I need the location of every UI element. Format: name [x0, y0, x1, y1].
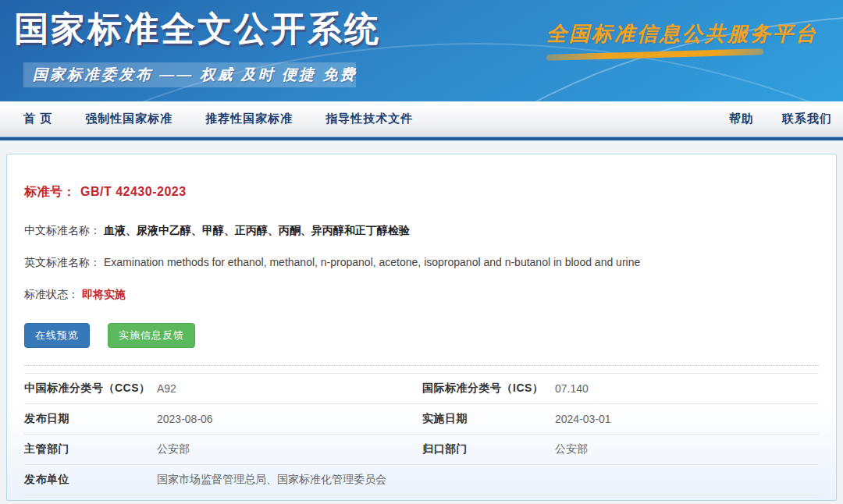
site-subtitle-strip: 国家标准委发布 —— 权威 及时 便捷 免费 [23, 62, 356, 87]
online-preview-button[interactable]: 在线预览 [24, 323, 90, 348]
field-value-publish-date: 2023-08-06 [157, 413, 422, 425]
platform-underline-decoration [546, 48, 763, 61]
field-label-implement-date: 实施日期 [422, 412, 555, 426]
field-value-implement-date: 2024-03-01 [555, 413, 819, 425]
field-label-ics: 国际标准分类号（ICS） [422, 382, 555, 396]
field-label-competent-dept: 主管部门 [24, 442, 157, 456]
field-label-centralized-dept: 归口部门 [422, 442, 555, 456]
en-name-value: Examination methods for ethanol, methano… [104, 256, 640, 268]
table-row: 发布日期 2023-08-06 实施日期 2024-03-01 [24, 403, 819, 434]
field-value-ccs: A92 [157, 382, 422, 395]
cn-name-value: 血液、尿液中乙醇、甲醇、正丙醇、丙酮、异丙醇和正丁醇检验 [104, 224, 410, 236]
nav-item-guiding-documents[interactable]: 指导性技术文件 [325, 112, 413, 126]
standard-number-value: GB/T 42430-2023 [80, 185, 187, 198]
en-name-label: 英文标准名称： [24, 256, 101, 268]
nav-right-group: 帮助 联系我们 [729, 112, 832, 126]
en-name-line: 英文标准名称：Examination methods for ethanol, … [24, 251, 819, 273]
standard-number-label: 标准号： [24, 185, 76, 198]
table-row: 备注 [24, 495, 819, 504]
section-divider [24, 365, 819, 366]
table-row: 主管部门 公安部 归口部门 公安部 [24, 434, 819, 464]
field-value-publish-org: 国家市场监督管理总局、国家标准化管理委员会 [157, 473, 819, 487]
cn-name-line: 中文标准名称：血液、尿液中乙醇、甲醇、正丙醇、丙酮、异丙醇和正丁醇检验 [24, 219, 819, 241]
nav-left-group: 首 页 强制性国家标准 推荐性国家标准 指导性技术文件 [23, 112, 413, 126]
nav-item-help[interactable]: 帮助 [729, 112, 754, 126]
field-value-centralized-dept: 公安部 [555, 442, 819, 456]
field-label-publish-date: 发布日期 [24, 412, 157, 426]
nav-item-contact-us[interactable]: 联系我们 [782, 112, 832, 126]
standard-info-table: 中国标准分类号（CCS） A92 国际标准分类号（ICS） 07.140 发布日… [24, 373, 819, 504]
field-label-ccs: 中国标准分类号（CCS） [24, 382, 157, 396]
nav-item-home[interactable]: 首 页 [23, 112, 52, 126]
status-label: 标准状态： [24, 288, 79, 300]
site-subtitle: 国家标准委发布 —— 权威 及时 便捷 免费 [33, 65, 357, 85]
standard-number-line: 标准号：GB/T 42430-2023 [24, 154, 819, 201]
cn-name-label: 中文标准名称： [24, 224, 101, 236]
platform-name[interactable]: 全国标准信息公共服务平台 [546, 20, 818, 48]
status-badge: 即将实施 [82, 288, 126, 300]
field-value-ics: 07.140 [555, 382, 819, 395]
standard-detail-card: 标准号：GB/T 42430-2023 中文标准名称：血液、尿液中乙醇、甲醇、正… [6, 154, 837, 501]
implementation-feedback-button[interactable]: 实施信息反馈 [108, 323, 195, 348]
main-content: 标准号：GB/T 42430-2023 中文标准名称：血液、尿液中乙醇、甲醇、正… [0, 140, 843, 501]
platform-link[interactable]: 全国标准信息公共服务平台 [546, 20, 818, 58]
field-label-publish-org: 发布单位 [24, 473, 157, 487]
header-banner: 国家标准全文公开系统 国家标准委发布 —— 权威 及时 便捷 免费 全国标准信息… [0, 0, 843, 101]
standard-names-block: 中文标准名称：血液、尿液中乙醇、甲醇、正丙醇、丙酮、异丙醇和正丁醇检验 英文标准… [24, 219, 819, 305]
nav-item-recommended-standards[interactable]: 推荐性国家标准 [205, 112, 293, 126]
table-row: 中国标准分类号（CCS） A92 国际标准分类号（ICS） 07.140 [24, 373, 819, 403]
main-nav: 首 页 强制性国家标准 推荐性国家标准 指导性技术文件 帮助 联系我们 [0, 101, 843, 137]
nav-item-mandatory-standards[interactable]: 强制性国家标准 [85, 112, 173, 126]
table-row: 发布单位 国家市场监督管理总局、国家标准化管理委员会 [24, 464, 819, 495]
status-line: 标准状态：即将实施 [24, 283, 819, 305]
action-buttons: 在线预览 实施信息反馈 [24, 323, 819, 348]
site-title: 国家标准全文公开系统 [14, 6, 381, 52]
field-value-competent-dept: 公安部 [157, 442, 422, 456]
